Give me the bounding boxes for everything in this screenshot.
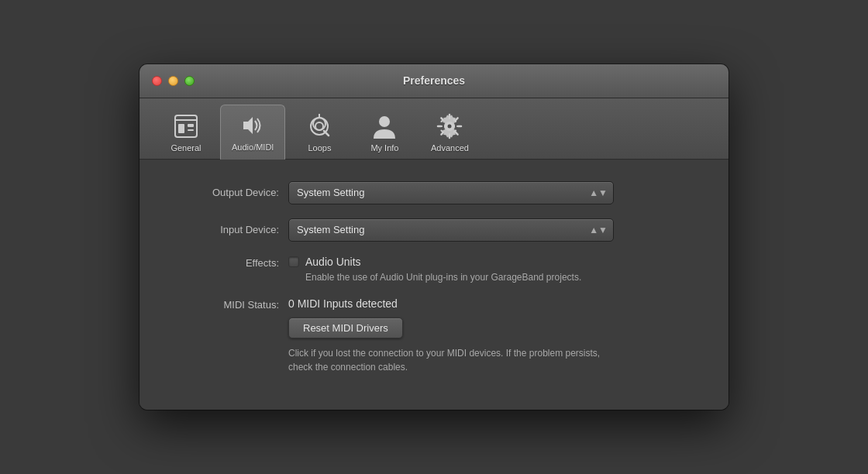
output-device-select[interactable]: System Setting Built-in Output bbox=[288, 181, 614, 204]
close-button[interactable] bbox=[152, 76, 162, 86]
preferences-window: Preferences General bbox=[140, 64, 728, 410]
effects-label: Effects: bbox=[170, 256, 279, 269]
midi-status-label: MIDI Status: bbox=[170, 297, 279, 311]
input-device-select-wrapper: System Setting Built-in Input ▲▼ bbox=[288, 218, 614, 242]
svg-rect-2 bbox=[178, 124, 184, 133]
input-device-row: Input Device: System Setting Built-in In… bbox=[170, 218, 698, 242]
output-device-select-wrapper: System Setting Built-in Output ▲▼ bbox=[288, 181, 614, 204]
maximize-button[interactable] bbox=[184, 76, 195, 86]
advanced-icon bbox=[436, 112, 463, 140]
audio-midi-icon bbox=[239, 112, 267, 139]
midi-status-row: MIDI Status: 0 MIDI Inputs detected Rese… bbox=[170, 297, 698, 374]
window-title: Preferences bbox=[403, 74, 465, 87]
my-info-icon bbox=[370, 112, 398, 140]
svg-marker-5 bbox=[243, 117, 253, 134]
tab-general[interactable]: General bbox=[155, 106, 217, 159]
svg-rect-16 bbox=[449, 133, 450, 137]
tab-my-info-label: My Info bbox=[370, 143, 398, 153]
tab-loops[interactable]: Loops bbox=[288, 106, 350, 159]
audio-units-row: Audio Units bbox=[288, 256, 581, 268]
output-device-row: Output Device: System Setting Built-in O… bbox=[170, 181, 698, 204]
svg-point-14 bbox=[448, 124, 452, 128]
tab-advanced[interactable]: Advanced bbox=[418, 106, 480, 159]
toolbar: General Audio/MIDI bbox=[140, 98, 728, 160]
input-device-select[interactable]: System Setting Built-in Input bbox=[288, 218, 614, 242]
input-device-label: Input Device: bbox=[170, 224, 279, 235]
tab-audio-midi[interactable]: Audio/MIDI bbox=[220, 105, 285, 160]
output-device-label: Output Device: bbox=[170, 187, 279, 198]
tab-general-label: General bbox=[170, 143, 201, 153]
content-area: Output Device: System Setting Built-in O… bbox=[140, 160, 728, 410]
tab-my-info[interactable]: My Info bbox=[353, 106, 415, 159]
minimize-button[interactable] bbox=[168, 76, 178, 86]
midi-content: 0 MIDI Inputs detected Reset MIDI Driver… bbox=[288, 297, 622, 374]
svg-rect-18 bbox=[456, 125, 460, 127]
audio-units-description: Enable the use of Audio Unit plug-ins in… bbox=[288, 271, 581, 284]
svg-rect-15 bbox=[449, 115, 450, 119]
tab-audio-midi-label: Audio/MIDI bbox=[232, 143, 274, 152]
effects-row: Effects: Audio Units Enable the use of A… bbox=[170, 256, 698, 284]
general-icon bbox=[172, 112, 200, 140]
traffic-lights bbox=[152, 76, 195, 86]
loops-icon bbox=[305, 112, 333, 140]
audio-units-label: Audio Units bbox=[305, 256, 361, 268]
audio-units-checkbox[interactable] bbox=[288, 256, 299, 267]
effects-content: Audio Units Enable the use of Audio Unit… bbox=[288, 256, 581, 284]
reset-midi-button[interactable]: Reset MIDI Drivers bbox=[288, 318, 403, 338]
svg-rect-3 bbox=[188, 124, 194, 127]
svg-point-11 bbox=[379, 116, 390, 127]
tab-loops-label: Loops bbox=[308, 143, 331, 153]
title-bar: Preferences bbox=[140, 64, 728, 98]
svg-rect-4 bbox=[188, 129, 194, 131]
svg-point-9 bbox=[313, 118, 326, 130]
tab-advanced-label: Advanced bbox=[431, 143, 469, 153]
svg-rect-17 bbox=[439, 125, 443, 127]
midi-description: Click if you lost the connection to your… bbox=[288, 346, 622, 374]
midi-status-text: 0 MIDI Inputs detected bbox=[288, 297, 622, 310]
